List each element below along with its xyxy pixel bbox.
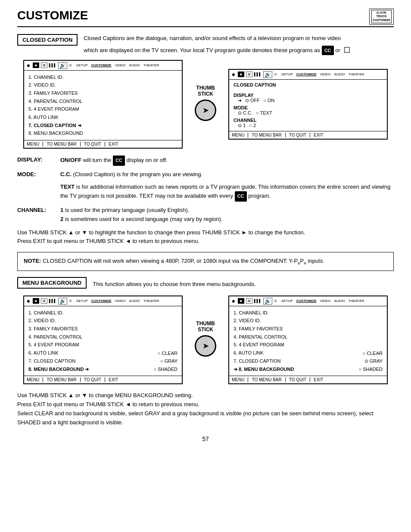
list-item: 7. CLOSED CAPTION ➔ bbox=[28, 121, 177, 130]
list-item: 5. 4 EVENT PROGRAM bbox=[234, 341, 383, 349]
channel-heading: CHANNEL: bbox=[17, 206, 60, 224]
display-heading: DISPLAY: bbox=[17, 156, 60, 166]
nav-icons-right: ■ ⊞ ▌▌▌ 🔊 ⊙ bbox=[238, 71, 277, 78]
list-item: 1. CHANNEL ID. bbox=[28, 309, 177, 317]
mb-left-footer: MENU TO MENU BAR TO QUIT EXIT bbox=[24, 376, 182, 383]
page-header: CUSTOMIZE D-OTR TRUCK CUSTOMIZE bbox=[17, 9, 394, 27]
channel-options: ⊙ 1 ○ 2 bbox=[238, 123, 383, 128]
page-title: CUSTOMIZE bbox=[17, 9, 88, 22]
cc-right-screen: ◆ ■ ⊞ ▌▌▌ 🔊 ⊙ SETUP CUSTOMIZE VIDEO AUDI… bbox=[228, 69, 388, 140]
mb-left-header: ◆ ■ ⊞ ▌▌▌ 🔊 ⊙ SETUP CUSTOMIZE VIDEO AUDI… bbox=[24, 296, 182, 306]
cc-left-menu: 1. CHANNEL ID. 2. VIDEO ID. 3. FAMILY FA… bbox=[24, 71, 182, 140]
mode-content: C.C. (Closed Caption) is for the program… bbox=[60, 170, 394, 202]
list-item: 3. FAMILY FAVORITES bbox=[28, 89, 177, 97]
mb-left-menu: 1. CHANNEL ID. 2. VIDEO ID. 3. FAMILY FA… bbox=[24, 306, 182, 376]
screen-header-right: ◆ ■ ⊞ ▌▌▌ 🔊 ⊙ SETUP CUSTOMIZE VIDEO AUDI… bbox=[229, 70, 387, 80]
mode-label: MODE bbox=[234, 105, 383, 110]
list-item: 7. CLOSED CAPTION ○ GRAY bbox=[28, 357, 177, 365]
arrow-right-icon: ➤ bbox=[202, 106, 209, 115]
thumb-stick-circle: ➤ bbox=[195, 100, 216, 121]
intro-text: Closed Captions are the dialogue, narrat… bbox=[84, 34, 351, 56]
thumb-stick-circle-mb: ➤ bbox=[195, 335, 216, 357]
cc-left-screen: ◆ ■ ⊞ ▌▌▌ 🔊 ⊙ SETUP CUSTOMIZE VIDEO AUDI… bbox=[23, 60, 183, 149]
list-item: 8. MENU BACKGROUND bbox=[28, 129, 177, 137]
display-label: DISPLAY bbox=[234, 93, 383, 98]
nav-icons: ■ ⊞ ▌▌▌ 🔊 ⊙ bbox=[33, 62, 72, 69]
cc-badge-text: CC bbox=[235, 191, 247, 202]
list-item: 6. AUTO LINK ○ CLEAR bbox=[28, 349, 177, 357]
channel-content: 1 is used for the primary language (usua… bbox=[60, 206, 394, 224]
arrow-indicator: ➔ bbox=[238, 98, 242, 103]
list-item: 4. PARENTAL CONTROL bbox=[234, 333, 383, 341]
channel-label: CHANNEL bbox=[234, 118, 383, 123]
list-item: ➔ 8. MENU BACKGROUND ○ SHADED bbox=[234, 365, 383, 373]
mb-right-screen: ◆ ■ ⊞ ▌▌▌ 🔊 ⊙ SETUP CUSTOMIZE VIDEO AUDI… bbox=[228, 296, 388, 385]
note-label: NOTE: bbox=[24, 258, 41, 264]
cc-badge-display: CC bbox=[113, 156, 125, 166]
mb-right-menu: 1. CHANNEL ID. 2. VIDEO ID. 3. FAMILY FA… bbox=[229, 306, 387, 376]
menu-bg-row: MENU BACKGROUND This function allows you… bbox=[17, 277, 394, 291]
thumb-stick-label: THUMBSTICK bbox=[195, 85, 216, 97]
list-item: 6. AUTO LINK ○ CLEAR bbox=[234, 349, 383, 357]
cc-badge-intro: CC bbox=[322, 46, 334, 56]
page-number: 57 bbox=[17, 436, 394, 442]
mode-desc-row: MODE: C.C. (Closed Caption) is for the p… bbox=[17, 170, 394, 202]
arrow-right-icon-mb: ➤ bbox=[202, 341, 209, 351]
tv-symbol: ◻ bbox=[343, 44, 351, 54]
channel-desc-row: CHANNEL: 1 is used for the primary langu… bbox=[17, 206, 394, 224]
list-item: 5. 4 EVENT PROGRAM bbox=[28, 341, 177, 349]
description-section: DISPLAY: ON/OFF will turn the CC display… bbox=[17, 156, 394, 224]
note-box: NOTE: CLOSED CAPTION will not work when … bbox=[17, 252, 394, 271]
list-item: 1. CHANNEL ID. bbox=[234, 309, 383, 317]
list-item: 8. MENU BACKGROUND ➔ ○ SHADED bbox=[28, 365, 177, 373]
thumb-stick-label-mb: THUMBSTICK bbox=[195, 320, 216, 333]
cc-title: CLOSED CAPTION bbox=[234, 82, 383, 87]
list-item: 2. VIDEO ID. bbox=[234, 317, 383, 325]
thumb-instructions: Use THUMB STICK ▲ or ▼ to highlight the … bbox=[17, 228, 394, 246]
display-content: ON/OFF will turn the CC display on or of… bbox=[60, 156, 394, 166]
screen-footer-right: MENU TO MENU BAR TO QUIT EXIT bbox=[229, 131, 387, 139]
list-item: 2. VIDEO ID. bbox=[28, 81, 177, 89]
note-text: CLOSED CAPTION will not work when viewin… bbox=[43, 258, 324, 264]
mode-options: ⊙ C.C. ○ TEXT bbox=[238, 110, 383, 116]
nav-icons-mb-right: ■ ⊞ ▌▌▌ 🔊 ⊙ bbox=[238, 298, 277, 305]
list-item: 3. FAMILY FAVORITES bbox=[234, 325, 383, 333]
cc-screens-row: ◆ ■ ⊞ ▌▌▌ 🔊 ⊙ SETUP CUSTOMIZE VIDEO AUDI… bbox=[17, 60, 394, 149]
mb-screens-row: ◆ ■ ⊞ ▌▌▌ 🔊 ⊙ SETUP CUSTOMIZE VIDEO AUDI… bbox=[17, 296, 394, 385]
mb-left-screen: ◆ ■ ⊞ ▌▌▌ 🔊 ⊙ SETUP CUSTOMIZE VIDEO AUDI… bbox=[23, 296, 183, 385]
mb-right-footer: MENU TO MENU BAR TO QUIT EXIT bbox=[229, 376, 387, 383]
closed-caption-intro: CLOSED CAPTION Closed Captions are the d… bbox=[17, 34, 394, 56]
thumb-stick-mb: THUMBSTICK ➤ bbox=[195, 320, 216, 359]
list-item: 4. PARENTAL CONTROL bbox=[28, 97, 177, 106]
screen-footer-left: MENU TO MENU BAR TO QUIT EXIT bbox=[24, 140, 182, 148]
display-options: ➔ ⊙ OFF ○ ON bbox=[238, 98, 383, 103]
menu-background-label: MENU BACKGROUND bbox=[17, 277, 87, 289]
list-item: 1. CHANNEL ID. bbox=[28, 73, 177, 81]
list-item: 2. VIDEO ID. bbox=[28, 317, 177, 325]
nav-icons-mb-left: ■ ⊞ ▌▌▌ 🔊 ⊙ bbox=[33, 298, 72, 305]
closed-caption-label: CLOSED CAPTION bbox=[17, 34, 78, 46]
list-item: 4. PARENTAL CONTROL bbox=[28, 333, 177, 341]
display-desc-row: DISPLAY: ON/OFF will turn the CC display… bbox=[17, 156, 394, 166]
mode-heading: MODE: bbox=[17, 170, 60, 202]
list-item: 6. AUTO LINK bbox=[28, 113, 177, 121]
mb-right-header: ◆ ■ ⊞ ▌▌▌ 🔊 ⊙ SETUP CUSTOMIZE VIDEO AUDI… bbox=[229, 296, 387, 306]
menu-bg-desc: This function allows you to choose from … bbox=[93, 281, 256, 287]
bottom-instructions: Use THUMB STICK ▲ or ▼ to change MENU BA… bbox=[17, 391, 394, 427]
list-item: 3. FAMILY FAVORITES bbox=[28, 325, 177, 333]
thumb-stick-cc: THUMBSTICK ➤ bbox=[195, 85, 216, 124]
customize-icon: D-OTR TRUCK CUSTOMIZE bbox=[369, 9, 394, 25]
cc-right-body: CLOSED CAPTION DISPLAY ➔ ⊙ OFF ○ ON MODE… bbox=[229, 80, 387, 131]
screen-header-left: ◆ ■ ⊞ ▌▌▌ 🔊 ⊙ SETUP CUSTOMIZE VIDEO AUDI… bbox=[24, 61, 182, 71]
list-item: 5. 4 EVENT PROGRAM bbox=[28, 105, 177, 113]
list-item: 7. CLOSED CAPTION ⊙ GRAY bbox=[234, 357, 383, 365]
